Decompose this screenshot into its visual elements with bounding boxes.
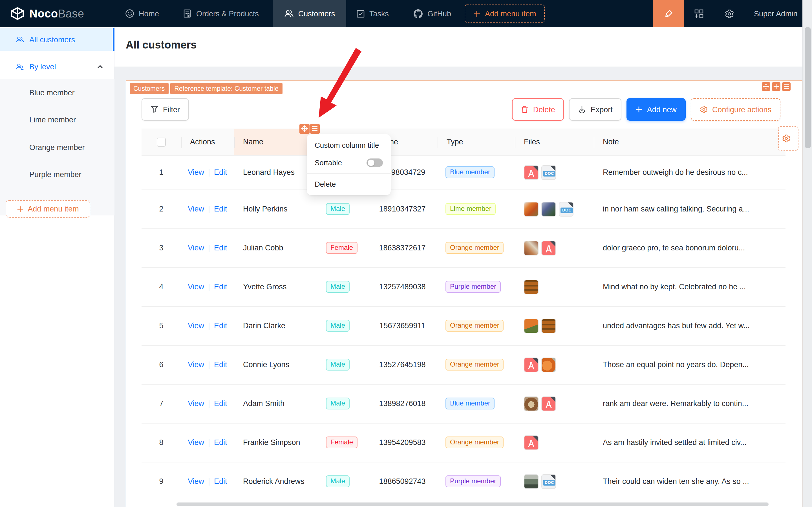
- menu-item-delete[interactable]: Delete: [307, 175, 391, 193]
- doc-file-icon[interactable]: DOC: [541, 165, 556, 180]
- configure-fields-button[interactable]: [778, 126, 799, 151]
- image-thumbnail[interactable]: [524, 240, 538, 255]
- add-block-icon[interactable]: [772, 82, 780, 91]
- table-row: 4View|EditYvette GrossMale13257489038Pur…: [141, 268, 786, 306]
- block-menu-icon[interactable]: [782, 82, 791, 91]
- view-link[interactable]: View: [188, 438, 204, 447]
- settings-gear-icon[interactable]: [719, 0, 739, 27]
- edit-link[interactable]: Edit: [214, 477, 227, 486]
- sidebar-item-orange-member[interactable]: Orange member: [0, 134, 114, 161]
- sidebar-item-all-customers[interactable]: All customers: [0, 28, 114, 51]
- edit-link[interactable]: Edit: [214, 168, 227, 177]
- image-thumbnail[interactable]: [541, 357, 556, 372]
- table-row: 9View|EditRoderick AndrewsMale1886509274…: [141, 462, 786, 501]
- doc-file-icon[interactable]: DOC: [541, 474, 556, 489]
- export-button[interactable]: Export: [569, 98, 622, 121]
- plugin-blocks-button[interactable]: [689, 0, 708, 27]
- view-link[interactable]: View: [188, 205, 204, 213]
- nav-add-menu-item-button[interactable]: Add menu item: [465, 4, 545, 22]
- configure-actions-label: Configure actions: [712, 105, 771, 114]
- doc-file-icon[interactable]: DOC: [559, 202, 574, 216]
- pdf-file-icon[interactable]: [541, 396, 556, 411]
- cell-gender: Male: [318, 475, 367, 487]
- edit-link[interactable]: Edit: [214, 283, 227, 291]
- edit-link[interactable]: Edit: [214, 399, 227, 408]
- cell-type: Blue member: [438, 167, 515, 178]
- edit-link[interactable]: Edit: [214, 322, 227, 330]
- cell-gender: Female: [318, 437, 367, 448]
- drag-handle-icon[interactable]: [761, 82, 770, 91]
- cell-type: Orange member: [438, 320, 515, 332]
- pdf-file-icon[interactable]: [541, 240, 556, 255]
- configure-actions-button[interactable]: Configure actions: [691, 98, 780, 121]
- column-menu-icon[interactable]: [310, 124, 320, 134]
- edit-link[interactable]: Edit: [214, 244, 227, 252]
- sidebar-add-menu-item-button[interactable]: Add menu item: [6, 200, 90, 218]
- nav-item-home[interactable]: Home: [125, 0, 159, 27]
- sidebar-submenu: Blue member Lime member Orange member Pu…: [0, 79, 114, 215]
- edit-link[interactable]: Edit: [214, 205, 227, 213]
- view-link[interactable]: View: [188, 283, 204, 291]
- gender-tag: Male: [326, 281, 350, 293]
- header-type[interactable]: Type: [438, 129, 515, 155]
- image-thumbnail[interactable]: [524, 474, 538, 489]
- header-name[interactable]: Name: [234, 129, 318, 155]
- table-row: 1View|EditLeonard Hayes98034729Blue memb…: [141, 156, 786, 190]
- image-thumbnail[interactable]: [524, 396, 538, 411]
- image-thumbnail[interactable]: [524, 318, 538, 333]
- nocobase-logo[interactable]: NocoBase: [10, 0, 84, 27]
- view-link[interactable]: View: [188, 360, 204, 369]
- sortable-label: Sortable: [315, 159, 342, 167]
- delete-button[interactable]: Delete: [512, 98, 564, 121]
- pdf-file-icon[interactable]: [524, 165, 538, 180]
- row-index: 2: [141, 205, 181, 213]
- view-link[interactable]: View: [188, 322, 204, 330]
- add-new-button[interactable]: Add new: [627, 98, 686, 121]
- cell-phone: 13898276018: [367, 399, 438, 408]
- sidebar-item-blue-member[interactable]: Blue member: [0, 79, 114, 106]
- ui-editor-button[interactable]: [653, 0, 684, 27]
- sidebar-item-by-level[interactable]: By level: [0, 55, 114, 78]
- view-link[interactable]: View: [188, 168, 204, 177]
- plus-icon: [636, 106, 643, 113]
- member-type-tag: Orange member: [446, 242, 504, 254]
- action-separator: |: [208, 360, 210, 369]
- pdf-file-icon[interactable]: [524, 357, 538, 372]
- header-actions[interactable]: Actions: [181, 129, 234, 155]
- menu-item-custom-column-title[interactable]: Custom column title: [307, 136, 391, 154]
- nav-item-github[interactable]: GitHub: [413, 0, 451, 27]
- sidebar-item-lime-member[interactable]: Lime member: [0, 106, 114, 133]
- user-menu[interactable]: Super Admin: [754, 0, 798, 27]
- nav-item-customers[interactable]: Customers: [273, 0, 346, 27]
- header-note[interactable]: Note: [594, 129, 786, 155]
- view-link[interactable]: View: [188, 399, 204, 408]
- view-link[interactable]: View: [188, 244, 204, 252]
- cell-files: [515, 396, 594, 411]
- designer-tags: Customers Reference template: Customer t…: [129, 82, 283, 94]
- edit-link[interactable]: Edit: [214, 438, 227, 447]
- menu-item-sortable[interactable]: Sortable: [307, 154, 391, 171]
- view-link[interactable]: View: [188, 477, 204, 486]
- image-thumbnail[interactable]: [541, 318, 556, 333]
- pdf-file-icon[interactable]: [524, 435, 538, 450]
- vertical-scrollbar-thumb[interactable]: [805, 27, 811, 148]
- cell-note: Their could can widen ten she any. As so…: [594, 477, 786, 486]
- export-label: Export: [591, 105, 613, 114]
- image-thumbnail[interactable]: [541, 202, 556, 216]
- image-thumbnail[interactable]: [524, 202, 538, 216]
- header-files[interactable]: Files: [515, 129, 594, 155]
- select-all-checkbox[interactable]: [157, 137, 166, 146]
- nav-item-orders-products[interactable]: Orders & Products: [183, 0, 259, 27]
- vertical-scrollbar-track[interactable]: [802, 0, 812, 507]
- edit-link[interactable]: Edit: [214, 360, 227, 369]
- row-actions: View|Edit: [181, 438, 234, 447]
- filter-button[interactable]: Filter: [141, 98, 189, 121]
- sortable-toggle[interactable]: [366, 159, 383, 167]
- nav-item-tasks[interactable]: Tasks: [356, 0, 389, 27]
- image-thumbnail[interactable]: [524, 279, 538, 294]
- horizontal-scrollbar[interactable]: [176, 503, 768, 506]
- cell-name: Darin Clarke: [234, 322, 318, 330]
- cell-phone: 13954209583: [367, 438, 438, 447]
- column-drag-handle-icon[interactable]: [299, 124, 309, 134]
- sidebar-item-purple-member[interactable]: Purple member: [0, 161, 114, 188]
